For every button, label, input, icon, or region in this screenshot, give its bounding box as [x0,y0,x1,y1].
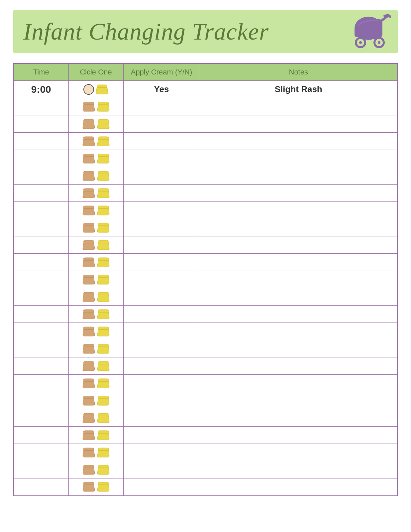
diaper-icon [82,136,95,147]
time-cell [14,427,68,444]
table-row [14,409,397,427]
time-cell: 9:00 [14,81,68,98]
table-row [14,392,397,409]
time-cell [14,340,68,357]
diaper-icon [97,136,110,147]
notes-cell [200,219,397,236]
cream-cell [123,357,200,375]
time-cell [14,254,68,271]
notes-cell [200,340,397,357]
diaper-cell [68,185,123,202]
cream-cell [123,478,200,496]
notes-cell [200,323,397,340]
diaper-icon [97,343,110,354]
notes-cell [200,306,397,323]
diaper-cell [68,375,123,392]
diaper-icon [97,309,110,320]
time-cell [14,133,68,150]
time-cell [14,409,68,427]
header: Infant Changing Tracker [13,10,398,53]
diaper-cell [68,150,123,167]
time-cell [14,202,68,219]
notes-cell [200,444,397,461]
time-cell [14,150,68,167]
notes-cell [200,375,397,392]
diaper-icon [97,274,110,285]
diaper-cell [68,236,123,254]
diaper-cell [68,306,123,323]
time-cell [14,444,68,461]
diaper-cell [68,340,123,357]
diaper-icon [97,205,110,216]
diaper-icon [82,481,95,492]
diaper-cell [68,167,123,185]
cream-cell [123,323,200,340]
page-title: Infant Changing Tracker [23,18,269,46]
table-row [14,167,397,185]
table-row [14,185,397,202]
diaper-icon [97,378,110,389]
time-cell [14,375,68,392]
diaper-icon [82,309,95,320]
table-row [14,444,397,461]
diaper-icon [82,326,95,337]
notes-cell [200,461,397,478]
notes-cell [200,254,397,271]
diaper-icon [97,153,110,164]
time-cell [14,219,68,236]
diaper-cell [68,133,123,150]
diaper-cell [68,409,123,427]
svg-point-6 [378,41,380,44]
notes-cell [200,115,397,133]
diaper-icon [97,222,110,233]
diaper-cell [68,478,123,496]
table-row [14,150,397,167]
diaper-icon [82,222,95,233]
cream-cell [123,461,200,478]
diaper-icon [97,465,110,475]
diaper-icon [97,413,110,423]
notes-cell [200,150,397,167]
stroller-icon [351,13,391,50]
diaper-cell [68,81,123,98]
diaper-icon [82,395,95,406]
diaper-icon [82,430,95,441]
table-row [14,133,397,150]
time-cell [14,392,68,409]
table-row [14,271,397,288]
diaper-icon [97,481,110,492]
table-row [14,323,397,340]
diaper-cell [68,98,123,115]
diaper-icon [97,257,110,268]
cream-cell [123,254,200,271]
time-cell [14,288,68,306]
diaper-cell [68,461,123,478]
time-cell [14,167,68,185]
diaper-icon [82,119,95,129]
time-cell [14,115,68,133]
notes-cell [200,236,397,254]
diaper-cell [68,115,123,133]
diaper-icon [97,119,110,129]
diaper-icon [82,447,95,458]
table-row [14,254,397,271]
notes-cell [200,357,397,375]
table-row [14,375,397,392]
tracker-table: Time Cicle One Apply Cream (Y/N) Notes 9… [13,63,398,496]
time-cell [14,236,68,254]
cream-cell [123,185,200,202]
cream-cell [123,150,200,167]
diaper-icon [82,465,95,475]
notes-cell [200,133,397,150]
diaper-cell [68,357,123,375]
diaper-cell [68,219,123,236]
diaper-icon [82,205,95,216]
notes-cell [200,202,397,219]
notes-cell [200,427,397,444]
cream-cell [123,219,200,236]
diaper-icon [82,378,95,389]
diaper-icon [82,153,95,164]
cream-cell: Yes [123,81,200,98]
time-cell [14,357,68,375]
diaper-icon [82,101,95,112]
